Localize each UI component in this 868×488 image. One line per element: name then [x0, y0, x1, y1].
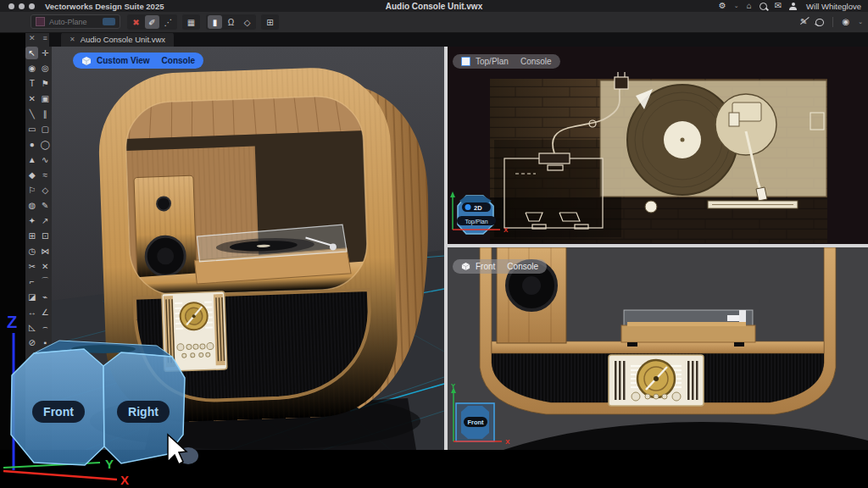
delete-tool[interactable]: ✕	[39, 260, 52, 273]
record-mode-chevron-icon[interactable]: ⌄	[858, 16, 863, 28]
marquee-lasso-tool[interactable]: Ω	[224, 15, 238, 29]
ribbon-right-icons: ✎◉⌄	[800, 14, 863, 30]
spiral-tool[interactable]: ◍	[25, 199, 38, 212]
palette-menu-icon[interactable]: ≡	[43, 34, 47, 42]
line-tool[interactable]: ╲	[25, 108, 38, 120]
viewport-divider-horizontal[interactable]	[448, 244, 868, 247]
snap-mode-group: ✖✐⋰	[127, 14, 177, 30]
axis-z-label: Z	[7, 313, 17, 331]
plane-color-swatch	[36, 17, 45, 26]
user-name: Will Whiteglove	[806, 2, 861, 11]
wand-tool[interactable]: ✦	[25, 214, 38, 227]
crop-tool[interactable]: ⊡	[39, 230, 52, 242]
banner-tool[interactable]: ⚐	[25, 184, 38, 197]
viewport-top-plan[interactable]: 2D Top/Plan X	[448, 47, 868, 245]
regular-polygon-tool[interactable]: ◇	[39, 184, 52, 197]
pen-mode-tool[interactable]: ✐	[145, 15, 159, 29]
front-layer-name: Console	[507, 262, 538, 271]
close-palette-icon[interactable]: ✕	[29, 34, 36, 42]
snapping-group: ⊞	[261, 14, 279, 30]
rectangle-tool[interactable]: ▭	[25, 123, 38, 136]
zoom-tool[interactable]: ◎	[39, 62, 52, 75]
navigation-cube[interactable]: Z Front Right Y X	[0, 301, 203, 488]
account-icon[interactable]	[789, 3, 797, 10]
plane-mode-icon	[103, 18, 115, 25]
separator	[832, 17, 833, 27]
viewport-divider-vertical[interactable]	[444, 47, 448, 450]
trim-tool[interactable]: ✂	[25, 260, 38, 273]
tool-ribbon: Auto-Plane ✖✐⋰ ▦ ▮Ω◇ ⊞ ✎◉⌄	[0, 12, 868, 33]
fillet-tool[interactable]: ⌒	[39, 275, 52, 288]
front-axis-x-label: X	[505, 438, 510, 446]
mirror-tool[interactable]: ⋈	[39, 245, 52, 258]
rotate-tool[interactable]: ◷	[25, 245, 38, 258]
oval-tool[interactable]: ◯	[39, 138, 52, 151]
snapping-palette-button[interactable]: ⊞	[263, 15, 277, 29]
front-view-name: Front	[476, 262, 495, 271]
triangle-tool[interactable]: ▲	[25, 153, 38, 166]
plan-view-name: Top/Plan	[476, 57, 509, 66]
badge-front: Front	[467, 419, 484, 426]
marquee-rect-tool[interactable]: ▮	[208, 15, 222, 29]
rounded-rectangle-tool[interactable]: ▢	[39, 123, 52, 136]
close-tab-icon[interactable]: ✕	[70, 36, 75, 43]
messages-icon[interactable]: ✉	[775, 0, 782, 12]
plan-view-pill[interactable]: Top/Plan Console	[453, 54, 560, 69]
auto-plane-dropdown[interactable]: Auto-Plane	[31, 14, 120, 29]
search-icon[interactable]	[760, 3, 767, 10]
offset-tool[interactable]: ↗	[39, 214, 52, 227]
marquee-polygon-tool[interactable]: ◇	[240, 15, 254, 29]
callout-tool[interactable]: ⚑	[39, 77, 52, 90]
tab-label: Audio Console Unit.vwx	[81, 35, 165, 44]
record-mode-icon[interactable]: ◉	[842, 16, 849, 28]
front-render: Front Y X	[448, 247, 868, 450]
plan-axis-x-label: X	[504, 226, 509, 234]
marker-tool[interactable]: ✕	[25, 92, 38, 105]
corner-tool[interactable]: ⌐	[25, 275, 38, 288]
freehand-tool[interactable]: ∿	[39, 153, 52, 166]
document-tab[interactable]: ✕ Audio Console Unit.vwx	[61, 32, 174, 47]
badge-2d: 2D	[474, 204, 482, 212]
plan-nav-cube[interactable]: 2D Top/Plan	[457, 196, 496, 234]
turntable-plan	[600, 80, 826, 213]
text-tool[interactable]: T	[25, 77, 38, 90]
auto-plane-label: Auto-Plane	[49, 18, 98, 26]
polygon-tool[interactable]: ◆	[25, 169, 38, 181]
selection-tool[interactable]: ↖	[25, 47, 38, 59]
polyline-tool[interactable]: ≈	[39, 169, 52, 181]
circle-tool[interactable]: ●	[25, 138, 38, 151]
home-icon[interactable]: ⌂	[747, 0, 752, 12]
lasso-mode-icon[interactable]	[815, 19, 824, 26]
pen-disable-icon[interactable]: ✎	[800, 16, 807, 28]
viewport-tool[interactable]: ▣	[39, 92, 52, 105]
pen-tool[interactable]: ✎	[39, 199, 52, 212]
viewport-front[interactable]: Front Y X	[448, 247, 868, 450]
view-mode-tool[interactable]: ▦	[184, 15, 198, 29]
titlebar-right-icons: ⚙⌄⌂✉ Will Whiteglove	[719, 0, 861, 12]
plan-layer-name: Console	[520, 57, 552, 66]
pan-tool[interactable]: ✛	[39, 47, 52, 59]
front-view-pill[interactable]: Front Console	[453, 259, 547, 274]
multi-point-mode-tool[interactable]: ⋰	[161, 15, 175, 29]
clip-tool[interactable]: ⊞	[25, 230, 38, 242]
front-nav-cube[interactable]: Front	[456, 403, 494, 441]
main-layer-name: Console	[162, 56, 195, 65]
settings-chevron-icon[interactable]: ⌄	[734, 0, 739, 12]
title-bar: Vectorworks Design Suite 2025 Audio Cons…	[0, 0, 868, 12]
flyover-tool[interactable]: ◉	[25, 62, 38, 75]
cube-right-label: Right	[128, 405, 159, 419]
turntable-front	[621, 310, 755, 347]
snap-disable-tool[interactable]: ✖	[129, 15, 143, 29]
radio-front	[609, 355, 704, 406]
axis-y-label: Y	[105, 457, 114, 471]
double-line-tool[interactable]: ∥	[39, 108, 52, 120]
cube-icon	[461, 262, 470, 271]
settings-gear-icon[interactable]: ⚙	[719, 0, 726, 12]
main-view-pill[interactable]: Custom View Console	[73, 53, 203, 69]
plan-render: 2D Top/Plan X	[448, 47, 868, 245]
document-tab-bar: ✕ Audio Console Unit.vwx	[49, 32, 868, 47]
cube-front-label: Front	[43, 405, 74, 419]
vectorworks-window: Vectorworks Design Suite 2025 Audio Cons…	[0, 0, 868, 488]
plan-2d-icon	[461, 57, 470, 66]
speaker-3d	[134, 175, 197, 282]
